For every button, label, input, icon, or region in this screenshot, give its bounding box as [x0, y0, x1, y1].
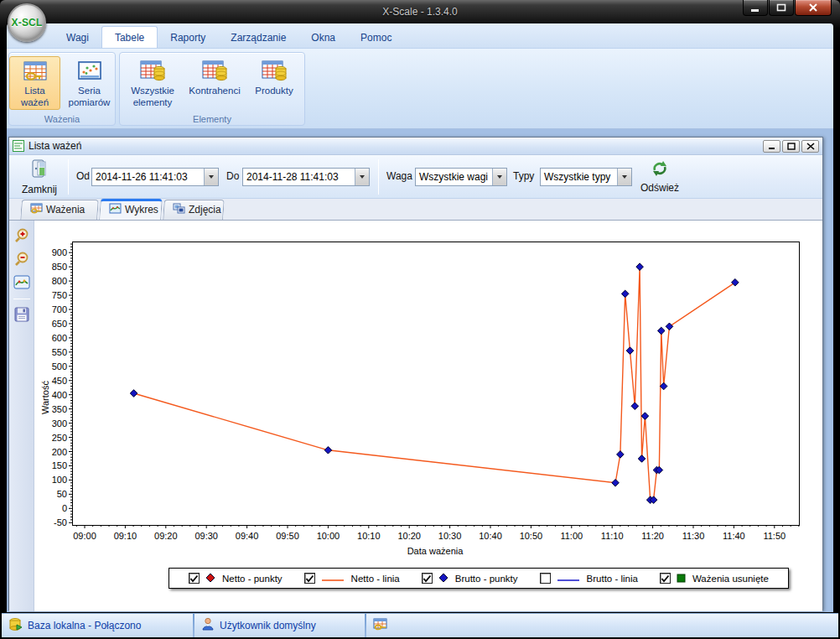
ribbon-group-elementy: Wszystkie elementy Kontrahenci [119, 52, 305, 126]
ribbon-group-wazenia-caption: Ważenia [9, 114, 115, 124]
window-status-panel [366, 614, 838, 637]
odswiez-button[interactable]: Odśwież [636, 157, 683, 196]
zoom-in-button[interactable] [12, 226, 32, 246]
x-tick-label: 10:50 [520, 531, 543, 541]
kontrahenci-button[interactable]: Kontrahenci [184, 56, 245, 110]
x-tick-label: 11:00 [560, 531, 583, 541]
od-dropdown-button[interactable] [204, 169, 218, 185]
ribbon-tab-pomoc[interactable]: Pomoc [348, 27, 404, 48]
legend-checkbox-unchecked[interactable] [540, 573, 551, 584]
chart-tab-content: 9008508007507006506005505004504003503002… [9, 221, 822, 611]
legend-label: Ważenia usunięte [692, 574, 769, 584]
x-tick-label: 11:10 [601, 531, 624, 541]
zamknij-label: Zamknij [22, 184, 57, 195]
toolbar-separator [68, 159, 69, 195]
waga-select[interactable]: Wszystkie wagi [415, 168, 507, 186]
x-tick-label: 09:20 [154, 531, 178, 541]
x-tick-label: 10:30 [438, 531, 462, 541]
typy-dropdown-button[interactable] [617, 169, 631, 185]
line-marker-icon [557, 571, 580, 586]
chevron-down-icon [497, 175, 502, 179]
ribbon-tab-okna[interactable]: Okna [298, 27, 348, 48]
seria-pomiarow-button[interactable]: Seria pomiarów [64, 56, 115, 110]
legend-checkbox-checked[interactable] [660, 573, 671, 584]
y-tick-label: 500 [52, 361, 67, 371]
legend-label: Netto - linia [351, 574, 400, 584]
maximize-button[interactable] [769, 0, 794, 16]
typy-value: Wszystkie typy [541, 171, 617, 183]
mdi-workspace: Lista ważeń Zamknij Od [7, 129, 833, 612]
legend-checkbox-checked[interactable] [422, 573, 433, 584]
ribbon-tab-raporty[interactable]: Raporty [158, 27, 218, 48]
app-logo-text: X-SCL [12, 17, 43, 29]
zamknij-button[interactable]: Zamknij [16, 157, 63, 196]
x-tick-label: 11:40 [723, 531, 745, 541]
produkty-button[interactable]: Produkty [248, 56, 300, 110]
x-tick-label: 09:50 [276, 531, 299, 541]
child-minimize-button[interactable] [763, 140, 780, 153]
zoom-in-icon [13, 227, 30, 244]
typy-select[interactable]: Wszystkie typy [540, 168, 632, 186]
legend-label: Netto - punkty [222, 574, 283, 584]
do-date-value: 2014-11-28 11:41:03 [243, 171, 355, 183]
lista-wazen-window: Lista ważeń Zamknij Od [8, 137, 823, 610]
y-tick-label: 650 [52, 319, 67, 329]
chart-picture-icon [109, 203, 122, 216]
legend-item: Brutto - linia [540, 571, 638, 586]
tab-zdjecia[interactable]: Zdjęcia [163, 200, 225, 220]
user-status-panel: Użytkownik domyślny [194, 614, 366, 637]
produkty-label: Produkty [255, 86, 293, 97]
minimize-icon [750, 0, 760, 15]
tab-wykres[interactable]: Wykres [99, 199, 163, 220]
chart-image-icon [13, 275, 30, 290]
xscale-document-icon [13, 140, 24, 152]
weighings-line-chart: 9008508007507006506005505004504003503002… [39, 226, 818, 600]
minimize-button[interactable] [743, 0, 768, 16]
waga-value: Wszystkie wagi [416, 171, 492, 183]
y-tick-label: 700 [52, 304, 67, 314]
ribbon-tab-tabele[interactable]: Tabele [101, 26, 158, 48]
y-axis-title: Wartość [40, 381, 50, 414]
ribbon-tab-wagi[interactable]: Wagi [54, 27, 101, 48]
do-label: Do [226, 170, 239, 182]
ribbon-tab-bar: Wagi Tabele Raporty Zarządzanie Okna Pom… [7, 23, 833, 49]
y-tick-label: 200 [52, 447, 67, 457]
od-date-value: 2014-11-26 11:41:03 [92, 171, 204, 183]
chart-side-toolbar [9, 221, 34, 611]
y-tick-label: 750 [52, 290, 67, 300]
maximize-icon [776, 0, 786, 15]
close-icon [808, 0, 818, 15]
child-close-button[interactable] [801, 140, 819, 153]
legend-checkbox-checked[interactable] [189, 573, 200, 584]
y-tick-label: 300 [52, 418, 67, 429]
zoom-out-icon [13, 251, 30, 268]
close-button[interactable] [795, 0, 832, 16]
legend-checkbox-checked[interactable] [304, 573, 315, 584]
lista-wazen-button[interactable]: Lista ważeń [9, 56, 60, 110]
ribbon-tab-zarzadzanie[interactable]: Zarządzanie [218, 27, 298, 48]
y-tick-label: 0 [62, 503, 67, 513]
y-tick-label: 100 [52, 475, 67, 485]
app-logo[interactable]: X-SCL [8, 3, 46, 42]
chart-panel: 9008508007507006506005505004504003503002… [34, 221, 822, 611]
chart-series-icon [75, 58, 104, 85]
zoom-out-button[interactable] [12, 249, 32, 269]
table-database-icon [138, 58, 167, 85]
y-tick-label: 250 [52, 433, 67, 443]
child-maximize-button[interactable] [782, 140, 800, 153]
chart-legend: Netto - punktyNetto - liniaBrutto - punk… [169, 568, 789, 589]
do-dropdown-button[interactable] [355, 169, 369, 185]
y-tick-label: -50 [54, 517, 67, 527]
table-key-small-icon [373, 618, 387, 634]
y-tick-label: 450 [52, 376, 67, 386]
do-date-picker[interactable]: 2014-11-28 11:41:03 [242, 168, 370, 186]
tab-wazenia[interactable]: Ważenia [20, 200, 99, 220]
save-button[interactable] [12, 304, 32, 325]
waga-dropdown-button[interactable] [492, 169, 506, 185]
od-date-picker[interactable]: 2014-11-26 11:41:03 [91, 168, 219, 186]
chart-export-button[interactable] [12, 273, 32, 293]
y-tick-label: 350 [52, 404, 67, 414]
child-titlebar: Lista ważeń [9, 138, 822, 155]
wszystkie-elementy-button[interactable]: Wszystkie elementy [124, 56, 181, 110]
child-window-title: Lista ważeń [29, 140, 761, 152]
